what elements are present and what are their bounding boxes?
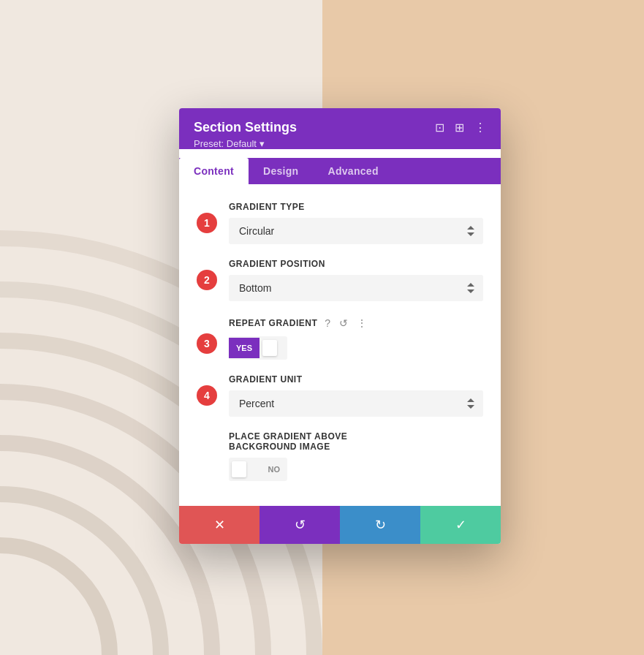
undo-icon: ↺ [295,517,306,533]
save-icon: ✓ [455,517,466,533]
tab-design[interactable]: Design [249,158,313,184]
grid-icon[interactable]: ⊞ [455,121,464,135]
repeat-gradient-reset-icon[interactable]: ↺ [338,316,349,330]
tab-content[interactable]: Content [179,158,249,184]
modal-header-icons: ⊡ ⊞ ⋮ [435,121,486,135]
modal-header: Section Settings ⊡ ⊞ ⋮ Preset: Default ▾ [179,108,501,149]
toggle-no-track [229,458,261,481]
expand-icon[interactable]: ⊡ [435,121,444,135]
undo-button[interactable]: ↺ [260,506,340,544]
section-settings-modal: Section Settings ⊡ ⊞ ⋮ Preset: Default ▾… [179,108,501,544]
gradient-type-select-wrapper: Linear Radial Circular Conic [229,218,483,244]
step-badge-1: 1 [197,213,217,233]
modal-tabs: Content Design Advanced [179,158,501,184]
place-gradient-group: Place Gradient Above Background Image NO [229,431,483,481]
modal-footer: ✕ ↺ ↻ ✓ [179,506,501,544]
gradient-type-label: Gradient Type [229,202,483,212]
gradient-unit-select-wrapper: Percent Pixel [229,390,483,417]
repeat-gradient-more-icon[interactable]: ⋮ [355,316,368,330]
toggle-no-thumb [232,461,246,477]
gradient-position-select[interactable]: Top Bottom Left Right Center [229,275,483,301]
toggle-thumb [262,340,277,356]
gradient-position-group: 2 Gradient Position Top Bottom Left Righ… [229,259,483,301]
gradient-unit-label: Gradient Unit [229,374,483,385]
toggle-yes-label: YES [229,338,260,358]
modal-title: Section Settings [194,120,297,135]
cancel-icon: ✕ [214,517,225,533]
tab-advanced[interactable]: Advanced [313,158,393,184]
modal-preset[interactable]: Preset: Default ▾ [194,138,486,149]
modal-header-top: Section Settings ⊡ ⊞ ⋮ [194,120,486,135]
place-gradient-label: Place Gradient Above Background Image [229,431,483,452]
repeat-gradient-label: Repeat Gradient [229,318,317,328]
toggle-track [260,336,287,360]
step-badge-2: 2 [197,270,217,290]
repeat-gradient-group: 3 Repeat Gradient ? ↺ ⋮ YES [229,316,483,360]
cancel-button[interactable]: ✕ [179,506,260,544]
repeat-gradient-toggle-yes[interactable]: YES [229,336,287,360]
modal-body: 1 Gradient Type Linear Radial Circular C… [179,184,501,506]
modal-overlay: Section Settings ⊡ ⊞ ⋮ Preset: Default ▾… [0,0,644,655]
repeat-gradient-help-icon[interactable]: ? [323,316,332,330]
step-badge-4: 4 [197,385,217,406]
gradient-type-select[interactable]: Linear Radial Circular Conic [229,218,483,244]
redo-icon: ↻ [375,517,386,533]
toggle-no-label: NO [261,459,288,480]
gradient-position-label: Gradient Position [229,259,483,269]
place-gradient-toggle-no[interactable]: NO [229,458,287,481]
more-options-icon[interactable]: ⋮ [474,121,486,135]
gradient-unit-group: 4 Gradient Unit Percent Pixel [229,374,483,417]
step-badge-3: 3 [197,333,217,354]
gradient-type-group: 1 Gradient Type Linear Radial Circular C… [229,202,483,244]
repeat-gradient-label-row: Repeat Gradient ? ↺ ⋮ [229,316,483,330]
gradient-position-select-wrapper: Top Bottom Left Right Center [229,275,483,301]
redo-button[interactable]: ↻ [340,506,420,544]
save-button[interactable]: ✓ [420,506,501,544]
gradient-unit-select[interactable]: Percent Pixel [229,390,483,417]
